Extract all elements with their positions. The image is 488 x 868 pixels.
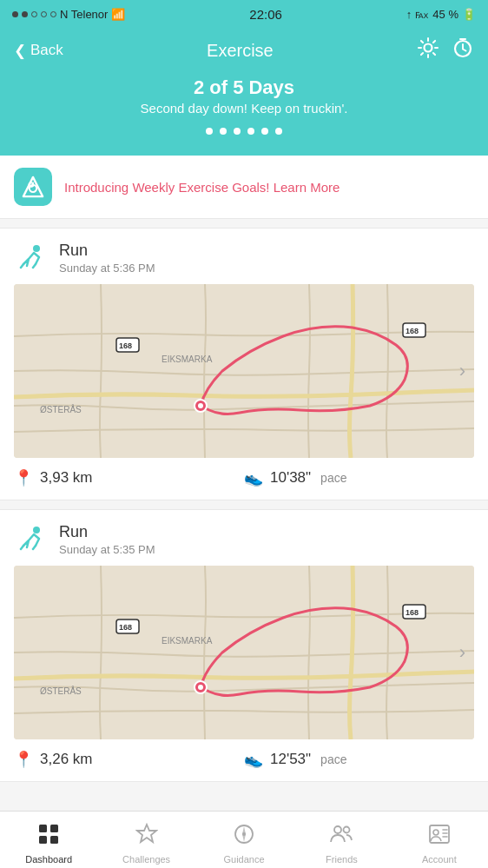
svg-text:168: 168: [119, 623, 132, 632]
status-right: ↑ ℻ 45 % 🔋: [406, 8, 476, 21]
nav-item-guidance[interactable]: Guidance: [195, 812, 293, 868]
banner-dot-0: [206, 128, 213, 135]
run-type-icon-1: [14, 522, 49, 557]
pace-value-1: 12'53": [270, 751, 311, 768]
banner-dot-4: [261, 128, 268, 135]
nav-item-friends[interactable]: Friends: [293, 812, 390, 868]
svg-text:ØSTERÅS: ØSTERÅS: [40, 686, 82, 696]
bottom-nav: Dashboard Challenges Guidance: [0, 811, 488, 868]
status-time: 22:06: [249, 7, 282, 22]
distance-icon-1: 📍: [14, 750, 33, 769]
dashboard-icon: [37, 823, 60, 851]
svg-point-36: [433, 830, 439, 835]
run-info-1: Run Sunday at 5:35 PM: [59, 523, 155, 556]
status-bar: N Telenor 📶 22:06 ↑ ℻ 45 % 🔋: [0, 0, 488, 28]
guidance-icon: [233, 823, 255, 851]
run-stats-1: 📍 3,26 km 👟 12'53" pace: [0, 739, 488, 781]
svg-point-0: [425, 44, 432, 52]
run-time-0: Sunday at 5:36 PM: [59, 262, 155, 275]
signal-dot-5: [50, 11, 56, 17]
svg-rect-27: [39, 836, 47, 844]
svg-rect-28: [50, 836, 58, 844]
signal-dot-2: [22, 11, 28, 17]
promo-text: Introducing Weekly Exercise Goals! Learn…: [64, 180, 340, 195]
svg-text:EIKSMARKA: EIKSMARKA: [162, 354, 213, 364]
map-chevron-icon-1: ›: [459, 641, 465, 664]
run-title-0: Run: [59, 242, 155, 260]
banner-dot-1: [220, 128, 227, 135]
pace-icon-1: 👟: [244, 750, 263, 769]
signal-dot-4: [41, 11, 47, 17]
run-header-1: Run Sunday at 5:35 PM: [0, 510, 488, 566]
svg-rect-35: [430, 825, 449, 843]
svg-rect-25: [39, 825, 47, 832]
run-map-0[interactable]: EIKSMARKA ØSTERÅS 168 168 ›: [14, 284, 474, 458]
banner-dot-5: [275, 128, 282, 135]
svg-point-33: [334, 826, 341, 833]
promo-link[interactable]: Learn More: [274, 180, 340, 195]
pace-icon-0: 👟: [244, 468, 263, 487]
challenges-icon: [135, 823, 158, 851]
distance-value-0: 3,93 km: [40, 469, 92, 487]
bluetooth-icon: ℻: [415, 8, 429, 21]
carrier-label: N Telenor: [60, 8, 108, 21]
svg-text:168: 168: [406, 608, 419, 617]
run-distance-1: 📍 3,26 km: [14, 750, 244, 769]
run-map-1[interactable]: EIKSMARKA ØSTERÅS 168 168 ›: [14, 566, 474, 739]
status-left: N Telenor 📶: [12, 8, 125, 21]
banner-dots: [17, 128, 471, 138]
nav-label-account: Account: [422, 854, 457, 865]
banner-dot-2: [234, 128, 241, 135]
timer-icon[interactable]: [452, 36, 474, 64]
nav-label-guidance: Guidance: [223, 854, 264, 865]
pace-label-1: pace: [320, 752, 346, 766]
svg-point-15: [33, 527, 40, 533]
nav-item-account[interactable]: Account: [391, 812, 488, 868]
svg-point-5: [33, 245, 40, 252]
svg-text:168: 168: [406, 327, 419, 335]
nav-label-friends: Friends: [326, 854, 358, 865]
back-button[interactable]: ❮ Back: [14, 42, 63, 60]
distance-icon-0: 📍: [14, 468, 33, 487]
wifi-icon: 📶: [111, 8, 125, 21]
run-card-0: Run Sunday at 5:36 PM EI: [0, 228, 488, 500]
promo-icon: [14, 168, 52, 206]
run-card-1: Run Sunday at 5:35 PM EIKSMARKA ØSTERÅS: [0, 509, 488, 782]
content-scroll: Introducing Weekly Exercise Goals! Learn…: [0, 156, 488, 860]
nav-label-dashboard: Dashboard: [25, 854, 72, 865]
pace-label-0: pace: [320, 471, 346, 485]
banner-days: 2 of 5 Days: [17, 76, 471, 99]
back-label: Back: [30, 42, 63, 59]
banner-subtitle: Second day down! Keep on truckin'.: [17, 101, 471, 116]
run-pace-1: 👟 12'53" pace: [244, 750, 474, 769]
svg-point-32: [242, 832, 246, 836]
run-stats-0: 📍 3,93 km 👟 10'38" pace: [0, 458, 488, 500]
svg-point-34: [344, 826, 350, 832]
signal-dot-3: [31, 11, 37, 17]
run-title-1: Run: [59, 523, 155, 541]
nav-item-dashboard[interactable]: Dashboard: [0, 812, 97, 868]
promo-bar: Introducing Weekly Exercise Goals! Learn…: [0, 156, 488, 219]
svg-text:EIKSMARKA: EIKSMARKA: [162, 636, 213, 646]
header: ❮ Back Exercise: [0, 28, 488, 76]
distance-value-1: 3,26 km: [40, 751, 92, 768]
settings-icon[interactable]: [417, 36, 439, 64]
signal-dot-1: [12, 11, 18, 17]
banner-section: 2 of 5 Days Second day down! Keep on tru…: [0, 76, 488, 156]
header-icons: [417, 36, 474, 64]
pace-value-0: 10'38": [270, 469, 311, 487]
map-chevron-icon-0: ›: [459, 360, 465, 382]
svg-rect-26: [50, 825, 58, 832]
banner-dot-3: [247, 128, 254, 135]
friends-icon: [330, 823, 353, 851]
run-info-0: Run Sunday at 5:36 PM: [59, 242, 155, 275]
nav-label-challenges: Challenges: [122, 854, 170, 865]
battery-icon: 🔋: [462, 8, 476, 21]
promo-main-text: Introducing Weekly Exercise Goals!: [64, 180, 270, 195]
nav-item-challenges[interactable]: Challenges: [97, 812, 195, 868]
account-icon: [428, 823, 451, 851]
run-header-0: Run Sunday at 5:36 PM: [0, 229, 488, 284]
svg-point-14: [198, 403, 203, 408]
page-title: Exercise: [207, 41, 274, 61]
run-pace-0: 👟 10'38" pace: [244, 468, 474, 487]
